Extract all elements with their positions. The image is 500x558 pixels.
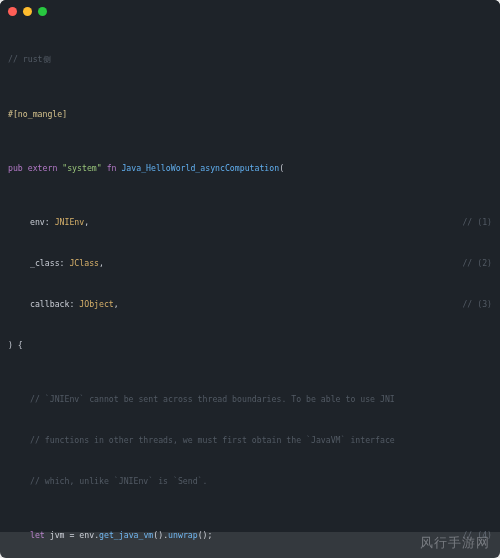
fn-signature: pub extern "system" fn Java_HelloWorld_a… <box>8 162 492 176</box>
window-titlebar <box>0 0 500 22</box>
close-icon[interactable] <box>8 7 17 16</box>
lang-hint: // rust侧 <box>8 53 51 67</box>
cmt-jnienv-3: // which, unlike `JNIEnv` is `Send`. <box>30 475 207 489</box>
editor-window: // rust侧 #[no_mangle] pub extern "system… <box>0 0 500 558</box>
attr-no-mangle: #[no_mangle] <box>8 108 67 122</box>
cmt-jnienv-1: // `JNIEnv` cannot be sent across thread… <box>30 393 395 407</box>
minimize-icon[interactable] <box>23 7 32 16</box>
param-callback: callback: JObject, // (3) <box>8 298 492 312</box>
sig-close: ) { <box>8 339 23 353</box>
code-editor[interactable]: // rust侧 #[no_mangle] pub extern "system… <box>0 22 500 558</box>
watermark: 风行手游网 <box>420 534 490 552</box>
cmt-jnienv-2: // functions in other threads, we must f… <box>30 434 395 448</box>
param-env: env: JNIEnv, // (1) <box>8 216 492 230</box>
zoom-icon[interactable] <box>38 7 47 16</box>
param-class: _class: JClass, // (2) <box>8 257 492 271</box>
